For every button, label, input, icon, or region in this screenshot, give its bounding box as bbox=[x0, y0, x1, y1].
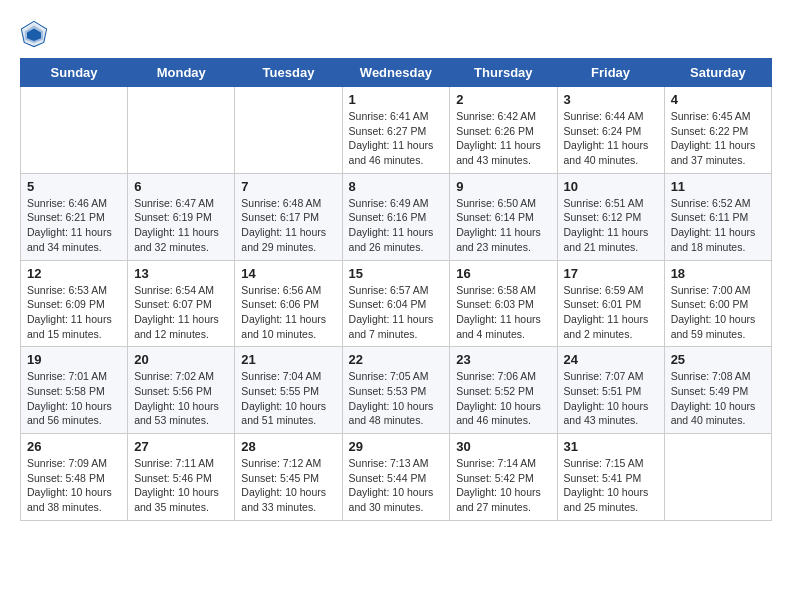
day-number: 27 bbox=[134, 439, 228, 454]
day-number: 14 bbox=[241, 266, 335, 281]
calendar-cell: 24Sunrise: 7:07 AM Sunset: 5:51 PM Dayli… bbox=[557, 347, 664, 434]
day-info: Sunrise: 7:15 AM Sunset: 5:41 PM Dayligh… bbox=[564, 456, 658, 515]
calendar-cell bbox=[128, 87, 235, 174]
calendar-cell: 20Sunrise: 7:02 AM Sunset: 5:56 PM Dayli… bbox=[128, 347, 235, 434]
calendar-cell: 21Sunrise: 7:04 AM Sunset: 5:55 PM Dayli… bbox=[235, 347, 342, 434]
calendar-cell: 11Sunrise: 6:52 AM Sunset: 6:11 PM Dayli… bbox=[664, 173, 771, 260]
calendar-cell: 15Sunrise: 6:57 AM Sunset: 6:04 PM Dayli… bbox=[342, 260, 450, 347]
calendar-cell: 23Sunrise: 7:06 AM Sunset: 5:52 PM Dayli… bbox=[450, 347, 557, 434]
calendar-cell: 25Sunrise: 7:08 AM Sunset: 5:49 PM Dayli… bbox=[664, 347, 771, 434]
day-info: Sunrise: 7:01 AM Sunset: 5:58 PM Dayligh… bbox=[27, 369, 121, 428]
calendar-cell: 30Sunrise: 7:14 AM Sunset: 5:42 PM Dayli… bbox=[450, 434, 557, 521]
day-info: Sunrise: 6:46 AM Sunset: 6:21 PM Dayligh… bbox=[27, 196, 121, 255]
day-number: 22 bbox=[349, 352, 444, 367]
calendar-cell: 31Sunrise: 7:15 AM Sunset: 5:41 PM Dayli… bbox=[557, 434, 664, 521]
calendar-cell bbox=[235, 87, 342, 174]
page-header bbox=[20, 20, 772, 48]
day-info: Sunrise: 6:47 AM Sunset: 6:19 PM Dayligh… bbox=[134, 196, 228, 255]
calendar-cell: 7Sunrise: 6:48 AM Sunset: 6:17 PM Daylig… bbox=[235, 173, 342, 260]
calendar-week-row: 1Sunrise: 6:41 AM Sunset: 6:27 PM Daylig… bbox=[21, 87, 772, 174]
day-info: Sunrise: 7:04 AM Sunset: 5:55 PM Dayligh… bbox=[241, 369, 335, 428]
day-number: 3 bbox=[564, 92, 658, 107]
day-number: 20 bbox=[134, 352, 228, 367]
calendar-cell: 22Sunrise: 7:05 AM Sunset: 5:53 PM Dayli… bbox=[342, 347, 450, 434]
day-info: Sunrise: 6:50 AM Sunset: 6:14 PM Dayligh… bbox=[456, 196, 550, 255]
day-info: Sunrise: 6:42 AM Sunset: 6:26 PM Dayligh… bbox=[456, 109, 550, 168]
day-number: 17 bbox=[564, 266, 658, 281]
header-monday: Monday bbox=[128, 59, 235, 87]
day-number: 12 bbox=[27, 266, 121, 281]
calendar-cell: 10Sunrise: 6:51 AM Sunset: 6:12 PM Dayli… bbox=[557, 173, 664, 260]
day-info: Sunrise: 6:58 AM Sunset: 6:03 PM Dayligh… bbox=[456, 283, 550, 342]
calendar-week-row: 5Sunrise: 6:46 AM Sunset: 6:21 PM Daylig… bbox=[21, 173, 772, 260]
calendar-cell: 2Sunrise: 6:42 AM Sunset: 6:26 PM Daylig… bbox=[450, 87, 557, 174]
day-number: 8 bbox=[349, 179, 444, 194]
calendar-cell bbox=[664, 434, 771, 521]
day-info: Sunrise: 6:41 AM Sunset: 6:27 PM Dayligh… bbox=[349, 109, 444, 168]
day-number: 25 bbox=[671, 352, 765, 367]
calendar-table: SundayMondayTuesdayWednesdayThursdayFrid… bbox=[20, 58, 772, 521]
day-number: 21 bbox=[241, 352, 335, 367]
day-number: 31 bbox=[564, 439, 658, 454]
calendar-cell: 8Sunrise: 6:49 AM Sunset: 6:16 PM Daylig… bbox=[342, 173, 450, 260]
header-wednesday: Wednesday bbox=[342, 59, 450, 87]
day-info: Sunrise: 7:08 AM Sunset: 5:49 PM Dayligh… bbox=[671, 369, 765, 428]
day-number: 30 bbox=[456, 439, 550, 454]
day-number: 18 bbox=[671, 266, 765, 281]
day-info: Sunrise: 7:09 AM Sunset: 5:48 PM Dayligh… bbox=[27, 456, 121, 515]
calendar-cell bbox=[21, 87, 128, 174]
calendar-cell: 13Sunrise: 6:54 AM Sunset: 6:07 PM Dayli… bbox=[128, 260, 235, 347]
header-tuesday: Tuesday bbox=[235, 59, 342, 87]
calendar-cell: 14Sunrise: 6:56 AM Sunset: 6:06 PM Dayli… bbox=[235, 260, 342, 347]
day-info: Sunrise: 6:54 AM Sunset: 6:07 PM Dayligh… bbox=[134, 283, 228, 342]
day-number: 28 bbox=[241, 439, 335, 454]
logo-icon bbox=[20, 20, 48, 48]
day-number: 2 bbox=[456, 92, 550, 107]
calendar-cell: 5Sunrise: 6:46 AM Sunset: 6:21 PM Daylig… bbox=[21, 173, 128, 260]
day-number: 23 bbox=[456, 352, 550, 367]
day-number: 19 bbox=[27, 352, 121, 367]
day-number: 7 bbox=[241, 179, 335, 194]
calendar-week-row: 19Sunrise: 7:01 AM Sunset: 5:58 PM Dayli… bbox=[21, 347, 772, 434]
day-info: Sunrise: 7:00 AM Sunset: 6:00 PM Dayligh… bbox=[671, 283, 765, 342]
day-number: 4 bbox=[671, 92, 765, 107]
day-info: Sunrise: 6:49 AM Sunset: 6:16 PM Dayligh… bbox=[349, 196, 444, 255]
day-info: Sunrise: 6:53 AM Sunset: 6:09 PM Dayligh… bbox=[27, 283, 121, 342]
calendar-cell: 12Sunrise: 6:53 AM Sunset: 6:09 PM Dayli… bbox=[21, 260, 128, 347]
calendar-cell: 27Sunrise: 7:11 AM Sunset: 5:46 PM Dayli… bbox=[128, 434, 235, 521]
day-info: Sunrise: 7:13 AM Sunset: 5:44 PM Dayligh… bbox=[349, 456, 444, 515]
logo bbox=[20, 20, 52, 48]
day-number: 16 bbox=[456, 266, 550, 281]
calendar-week-row: 26Sunrise: 7:09 AM Sunset: 5:48 PM Dayli… bbox=[21, 434, 772, 521]
day-number: 29 bbox=[349, 439, 444, 454]
day-number: 13 bbox=[134, 266, 228, 281]
calendar-cell: 16Sunrise: 6:58 AM Sunset: 6:03 PM Dayli… bbox=[450, 260, 557, 347]
day-number: 6 bbox=[134, 179, 228, 194]
calendar-cell: 9Sunrise: 6:50 AM Sunset: 6:14 PM Daylig… bbox=[450, 173, 557, 260]
day-info: Sunrise: 6:44 AM Sunset: 6:24 PM Dayligh… bbox=[564, 109, 658, 168]
day-info: Sunrise: 7:11 AM Sunset: 5:46 PM Dayligh… bbox=[134, 456, 228, 515]
header-sunday: Sunday bbox=[21, 59, 128, 87]
calendar-cell: 1Sunrise: 6:41 AM Sunset: 6:27 PM Daylig… bbox=[342, 87, 450, 174]
day-info: Sunrise: 6:45 AM Sunset: 6:22 PM Dayligh… bbox=[671, 109, 765, 168]
day-number: 5 bbox=[27, 179, 121, 194]
header-saturday: Saturday bbox=[664, 59, 771, 87]
day-info: Sunrise: 6:51 AM Sunset: 6:12 PM Dayligh… bbox=[564, 196, 658, 255]
day-number: 9 bbox=[456, 179, 550, 194]
calendar-cell: 26Sunrise: 7:09 AM Sunset: 5:48 PM Dayli… bbox=[21, 434, 128, 521]
calendar-cell: 19Sunrise: 7:01 AM Sunset: 5:58 PM Dayli… bbox=[21, 347, 128, 434]
calendar-cell: 17Sunrise: 6:59 AM Sunset: 6:01 PM Dayli… bbox=[557, 260, 664, 347]
header-friday: Friday bbox=[557, 59, 664, 87]
day-number: 1 bbox=[349, 92, 444, 107]
calendar-cell: 28Sunrise: 7:12 AM Sunset: 5:45 PM Dayli… bbox=[235, 434, 342, 521]
calendar-week-row: 12Sunrise: 6:53 AM Sunset: 6:09 PM Dayli… bbox=[21, 260, 772, 347]
day-info: Sunrise: 6:52 AM Sunset: 6:11 PM Dayligh… bbox=[671, 196, 765, 255]
day-info: Sunrise: 7:06 AM Sunset: 5:52 PM Dayligh… bbox=[456, 369, 550, 428]
day-info: Sunrise: 7:02 AM Sunset: 5:56 PM Dayligh… bbox=[134, 369, 228, 428]
day-info: Sunrise: 6:48 AM Sunset: 6:17 PM Dayligh… bbox=[241, 196, 335, 255]
header-thursday: Thursday bbox=[450, 59, 557, 87]
calendar-cell: 4Sunrise: 6:45 AM Sunset: 6:22 PM Daylig… bbox=[664, 87, 771, 174]
day-info: Sunrise: 7:12 AM Sunset: 5:45 PM Dayligh… bbox=[241, 456, 335, 515]
day-info: Sunrise: 6:59 AM Sunset: 6:01 PM Dayligh… bbox=[564, 283, 658, 342]
day-number: 24 bbox=[564, 352, 658, 367]
